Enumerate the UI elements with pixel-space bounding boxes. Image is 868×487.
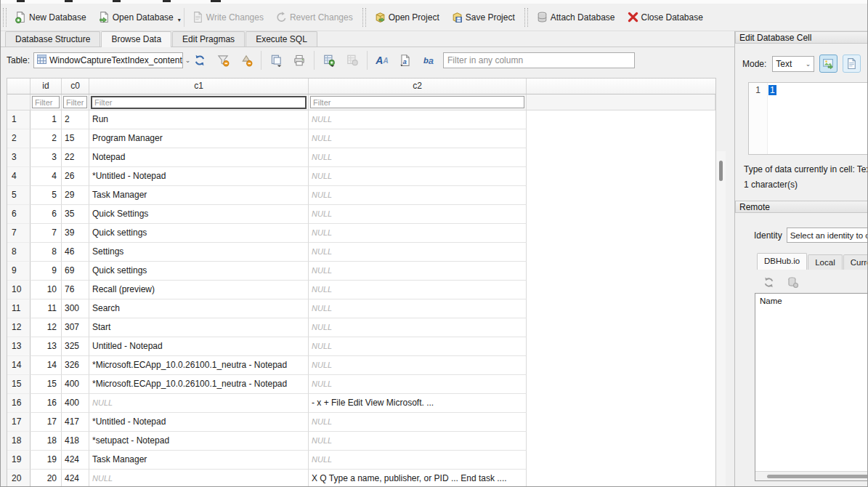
cell-c0[interactable]: 22 xyxy=(62,148,89,167)
remote-clone-database-button[interactable] xyxy=(787,276,799,291)
import-cell-data-button[interactable] xyxy=(819,55,837,73)
cell-c2[interactable]: NULL xyxy=(309,167,527,186)
cell-c0[interactable]: 325 xyxy=(62,337,89,356)
cell-c2[interactable]: NULL xyxy=(309,356,527,375)
revert-changes-button[interactable]: Revert Changes xyxy=(271,8,360,26)
write-changes-button[interactable]: Write Changes xyxy=(187,8,271,26)
cell-id[interactable]: 10 xyxy=(31,281,62,299)
refresh-button[interactable] xyxy=(190,51,209,70)
cell-c0[interactable]: 15 xyxy=(62,129,89,148)
row-number[interactable]: 6 xyxy=(7,205,31,224)
cell-c0[interactable]: 417 xyxy=(62,413,89,432)
cell-c0[interactable]: 39 xyxy=(62,224,89,243)
corner-header[interactable] xyxy=(7,79,31,94)
row-number[interactable]: 2 xyxy=(7,129,31,148)
tab-local[interactable]: Local xyxy=(808,254,843,270)
row-number[interactable]: 11 xyxy=(7,299,31,318)
open-database-dropdown-icon[interactable]: ▾ xyxy=(178,11,181,23)
cell-id[interactable]: 15 xyxy=(31,375,62,394)
tab-dbhub[interactable]: DBHub.io xyxy=(757,253,807,270)
filter-input-c1[interactable] xyxy=(91,96,307,109)
row-number[interactable]: 10 xyxy=(7,281,31,299)
row-number[interactable]: 3 xyxy=(7,148,31,167)
close-database-button[interactable]: Close Database xyxy=(622,8,710,26)
save-project-button[interactable]: Save Project xyxy=(447,8,522,26)
row-number[interactable]: 18 xyxy=(7,432,31,451)
cell-c2[interactable]: NULL xyxy=(309,281,527,299)
cell-c2[interactable]: NULL xyxy=(309,129,527,148)
cell-id[interactable]: 20 xyxy=(31,470,62,487)
cell-id[interactable]: 16 xyxy=(31,394,62,413)
remote-refresh-button[interactable] xyxy=(763,276,775,291)
find-replace-button[interactable]: ba xyxy=(419,51,438,70)
delete-record-button[interactable] xyxy=(343,51,362,70)
filter-input-id[interactable] xyxy=(32,96,60,108)
cell-c2[interactable]: NULL xyxy=(309,205,527,224)
identity-select[interactable]: Select an identity to connect xyxy=(787,228,868,243)
column-header-id[interactable]: id xyxy=(31,79,62,94)
cell-c2[interactable]: NULL xyxy=(309,451,527,470)
cell-id[interactable]: 17 xyxy=(31,413,62,432)
cell-c0[interactable]: 26 xyxy=(62,167,89,186)
cell-c2[interactable]: NULL xyxy=(309,318,527,337)
cell-c0[interactable]: 35 xyxy=(62,205,89,224)
clear-sort-button[interactable] xyxy=(237,51,256,70)
row-number[interactable]: 5 xyxy=(7,186,31,205)
cell-c1[interactable]: Search xyxy=(89,299,309,318)
cell-c2[interactable]: X Q Type a name, publisher, or PID ... E… xyxy=(309,470,527,487)
cell-c0[interactable]: 424 xyxy=(62,470,89,487)
cell-editor[interactable]: 1 1 xyxy=(748,82,868,155)
attach-database-button[interactable]: Attach Database xyxy=(532,8,622,26)
encoding-button[interactable]: a xyxy=(396,51,415,70)
cell-c1[interactable]: Task Manager xyxy=(89,186,309,205)
remote-database-list[interactable]: Name xyxy=(755,293,868,481)
cell-c1[interactable]: Run xyxy=(89,110,309,129)
cell-c1[interactable]: *setupact - Notepad xyxy=(89,432,309,451)
cell-c1[interactable]: Recall (preview) xyxy=(89,281,309,299)
print-button[interactable] xyxy=(290,51,309,70)
cell-c2[interactable]: NULL xyxy=(309,337,527,356)
cell-c0[interactable]: 76 xyxy=(62,281,89,299)
row-number[interactable]: 17 xyxy=(7,413,31,432)
cell-c2[interactable]: NULL xyxy=(309,375,527,394)
open-in-editor-button[interactable] xyxy=(843,55,861,73)
cell-c1[interactable]: Quick settings xyxy=(89,224,309,243)
column-header-c0[interactable]: c0 xyxy=(62,79,89,94)
cell-c1[interactable]: Notepad xyxy=(89,148,309,167)
cell-id[interactable]: 14 xyxy=(31,356,62,375)
cell-c1[interactable]: *Microsoft.ECApp_10.0.26100.1_neutra - N… xyxy=(89,375,309,394)
cell-c0[interactable]: 326 xyxy=(62,356,89,375)
scrollbar-thumb[interactable] xyxy=(767,475,868,478)
cell-c2[interactable]: NULL xyxy=(309,262,527,281)
tab-browse-data[interactable]: Browse Data xyxy=(101,31,171,47)
grid-vertical-scrollbar[interactable] xyxy=(716,151,726,486)
filter-any-column-input[interactable] xyxy=(443,52,635,68)
row-number[interactable]: 19 xyxy=(7,451,31,470)
mode-select[interactable]: Text ⌄ xyxy=(772,56,814,72)
cell-c0[interactable]: 400 xyxy=(62,375,89,394)
cell-id[interactable]: 3 xyxy=(31,148,62,167)
cell-id[interactable]: 8 xyxy=(31,243,62,262)
toolbar-grip[interactable] xyxy=(3,8,7,27)
cell-c0[interactable]: 424 xyxy=(62,451,89,470)
cell-c1[interactable]: Quick Settings xyxy=(89,205,309,224)
row-number[interactable]: 7 xyxy=(7,224,31,243)
cell-c0[interactable]: 300 xyxy=(62,299,89,318)
cell-c1[interactable]: Settings xyxy=(89,243,309,262)
cell-c1[interactable]: *Untitled - Notepad xyxy=(89,413,309,432)
clear-filters-button[interactable] xyxy=(214,51,232,70)
row-number[interactable]: 15 xyxy=(7,375,31,394)
column-header-c1[interactable]: c1 xyxy=(89,79,309,94)
filter-input-c0[interactable] xyxy=(63,96,87,108)
cell-id[interactable]: 13 xyxy=(31,337,62,356)
cell-id[interactable]: 12 xyxy=(31,318,62,337)
cell-c0[interactable]: 46 xyxy=(62,243,89,262)
scrollbar-thumb[interactable] xyxy=(719,161,723,181)
tab-edit-pragmas[interactable]: Edit Pragmas xyxy=(172,31,245,47)
tab-current-database[interactable]: Current Database xyxy=(843,254,868,270)
cell-c2[interactable]: NULL xyxy=(309,186,527,205)
column-header-c2[interactable]: c2 xyxy=(309,79,527,94)
cell-id[interactable]: 18 xyxy=(31,432,62,451)
cell-id[interactable]: 4 xyxy=(31,167,62,186)
cell-id[interactable]: 5 xyxy=(31,186,62,205)
